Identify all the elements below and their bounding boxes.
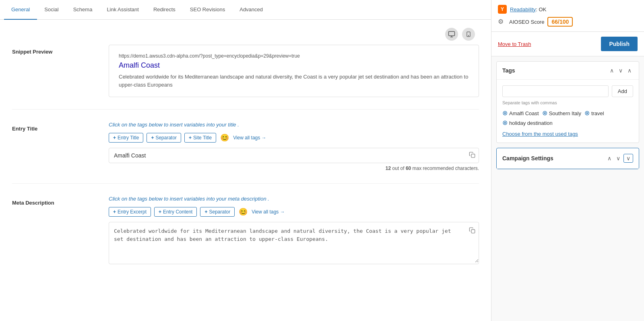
publish-button[interactable]: Publish	[601, 37, 638, 51]
tab-redirects[interactable]: Redirects	[146, 0, 183, 20]
tag-item-southern-italy: ⊗ Southern Italy	[542, 110, 581, 116]
meta-description-input-wrapper: Celebrated worldwide for its Mediterrane…	[109, 222, 479, 264]
campaign-panel-down[interactable]: ∨	[615, 154, 622, 162]
move-to-trash-link[interactable]: Move to Trash	[498, 41, 531, 47]
entry-title-hint: Click on the tags below to insert variab…	[109, 122, 479, 128]
tag-item-holiday: ⊗ holiday destination	[502, 120, 553, 126]
tag-btn-site-title[interactable]: + Site Title	[184, 133, 216, 143]
entry-title-tag-buttons: + Entry Title + Separator + Site Title 😊…	[109, 133, 479, 143]
meta-description-hint: Click on the tags below to insert variab…	[109, 196, 479, 202]
snippet-label: Snippet Preview	[12, 45, 109, 97]
tags-add-button[interactable]: Add	[612, 85, 633, 97]
campaign-settings-panel: Campaign Settings ∧ ∨ ∨	[496, 148, 639, 169]
tags-panel-controls: ∧ ∨ ∧	[608, 66, 633, 75]
svg-rect-0	[449, 31, 455, 36]
view-all-tags-title[interactable]: View all tags →	[233, 135, 266, 141]
tags-panel: Tags ∧ ∨ ∧ Add Separate tags with commas…	[496, 61, 639, 143]
tags-panel-title: Tags	[502, 67, 515, 74]
tag-btn-separator[interactable]: + Separator	[147, 133, 181, 143]
tags-panel-toggle[interactable]: ∧	[626, 66, 633, 75]
snippet-description: Celebrated worldwide for its Mediterrane…	[119, 73, 469, 89]
tags-panel-body: Add Separate tags with commas ⊗ Amalfi C…	[497, 80, 639, 143]
entry-title-input[interactable]	[109, 148, 479, 163]
tabs-bar: General Social Schema Link Assistant Red…	[0, 0, 491, 20]
copy-icon-meta[interactable]	[469, 227, 475, 235]
tab-seo-revisions[interactable]: SEO Revisions	[183, 0, 232, 20]
tag-btn-entry-content[interactable]: + Entry Content	[154, 207, 197, 217]
aioseo-score-badge: 66/100	[547, 17, 573, 27]
campaign-panel-controls: ∧ ∨ ∨	[606, 154, 633, 163]
readability-row: Y Readability: OK	[498, 5, 638, 14]
action-bar: Move to Trash Publish	[491, 32, 644, 56]
score-bar: Y Readability: OK ⚙ AIOSEO Score 66/100	[491, 0, 644, 32]
campaign-settings-header: Campaign Settings ∧ ∨ ∨	[497, 148, 639, 169]
svg-rect-4	[471, 230, 475, 233]
tag-btn-entry-title[interactable]: + Entry Title	[109, 133, 143, 143]
readability-link[interactable]: Readability	[510, 6, 536, 12]
snippet-preview-section: Snippet Preview https://demo1.awsus3.cdn…	[12, 45, 479, 110]
campaign-settings-title: Campaign Settings	[502, 155, 553, 162]
snippet-box: https://demo1.awsus3.cdn-alpha.com/?post…	[109, 45, 479, 97]
tag-remove-amalfi[interactable]: ⊗	[502, 110, 508, 116]
meta-description-label: Meta Description	[12, 196, 109, 264]
yoast-logo: Y	[498, 5, 507, 14]
emoji-button-title[interactable]: 😊	[219, 133, 230, 143]
readability-status: OK	[539, 6, 547, 12]
tags-input[interactable]	[502, 85, 609, 97]
tag-remove-southern-italy[interactable]: ⊗	[542, 110, 547, 116]
sidebar: Y Readability: OK ⚙ AIOSEO Score 66/100 …	[491, 0, 644, 321]
tag-btn-separator-meta[interactable]: + Separator	[200, 207, 235, 217]
tab-general[interactable]: General	[4, 0, 37, 20]
desktop-icon[interactable]	[445, 28, 458, 41]
svg-point-2	[468, 35, 469, 36]
gear-icon: ⚙	[498, 18, 506, 26]
emoji-button-meta[interactable]: 😊	[238, 207, 248, 217]
campaign-panel-up[interactable]: ∧	[606, 154, 613, 162]
view-all-tags-meta[interactable]: View all tags →	[252, 209, 285, 215]
copy-icon-title[interactable]	[469, 152, 475, 159]
tags-list: ⊗ Amalfi Coast ⊗ Southern Italy ⊗ travel…	[502, 110, 633, 126]
aioseo-score-row: ⚙ AIOSEO Score 66/100	[498, 17, 638, 27]
meta-description-input[interactable]: Celebrated worldwide for its Mediterrane…	[109, 222, 479, 263]
tab-link-assistant[interactable]: Link Assistant	[99, 0, 146, 20]
snippet-url: https://demo1.awsus3.cdn-alpha.com/?post…	[119, 53, 469, 59]
snippet-title: Amalfi Coast	[119, 61, 469, 70]
svg-rect-3	[471, 154, 475, 158]
tag-item-travel: ⊗ travel	[584, 110, 604, 116]
tag-label-southern-italy: Southern Italy	[549, 110, 581, 116]
tags-panel-header: Tags ∧ ∨ ∧	[497, 62, 639, 80]
device-switcher	[12, 28, 479, 41]
choose-tags-link[interactable]: Choose from the most used tags	[502, 131, 578, 137]
entry-title-section: Entry Title Click on the tags below to i…	[12, 122, 479, 184]
tag-btn-entry-excerpt[interactable]: + Entry Excerpt	[109, 207, 151, 217]
aioseo-score-label: AIOSEO Score	[509, 19, 544, 25]
tags-separator-hint: Separate tags with commas	[502, 100, 633, 105]
tab-social[interactable]: Social	[37, 0, 66, 20]
tags-panel-collapse-down[interactable]: ∨	[617, 66, 624, 75]
mobile-icon[interactable]	[462, 28, 475, 41]
entry-title-label: Entry Title	[12, 122, 109, 171]
tags-panel-collapse-up[interactable]: ∧	[608, 66, 615, 75]
tags-input-row: Add	[502, 85, 633, 97]
campaign-panel-toggle[interactable]: ∨	[623, 154, 633, 163]
meta-description-section: Meta Description Click on the tags below…	[12, 196, 479, 276]
tab-advanced[interactable]: Advanced	[232, 0, 270, 20]
meta-description-tag-buttons: + Entry Excerpt + Entry Content + Separa…	[109, 207, 479, 217]
tag-label-amalfi: Amalfi Coast	[509, 110, 539, 116]
tag-label-travel: travel	[591, 110, 604, 116]
tab-schema[interactable]: Schema	[66, 0, 100, 20]
tag-remove-travel[interactable]: ⊗	[584, 110, 590, 116]
tag-label-holiday: holiday destination	[509, 120, 553, 126]
tag-remove-holiday[interactable]: ⊗	[502, 120, 508, 126]
char-count: 12 out of 60 max recommended characters.	[109, 166, 479, 171]
entry-title-input-wrapper	[109, 148, 479, 163]
tag-item-amalfi: ⊗ Amalfi Coast	[502, 110, 539, 116]
